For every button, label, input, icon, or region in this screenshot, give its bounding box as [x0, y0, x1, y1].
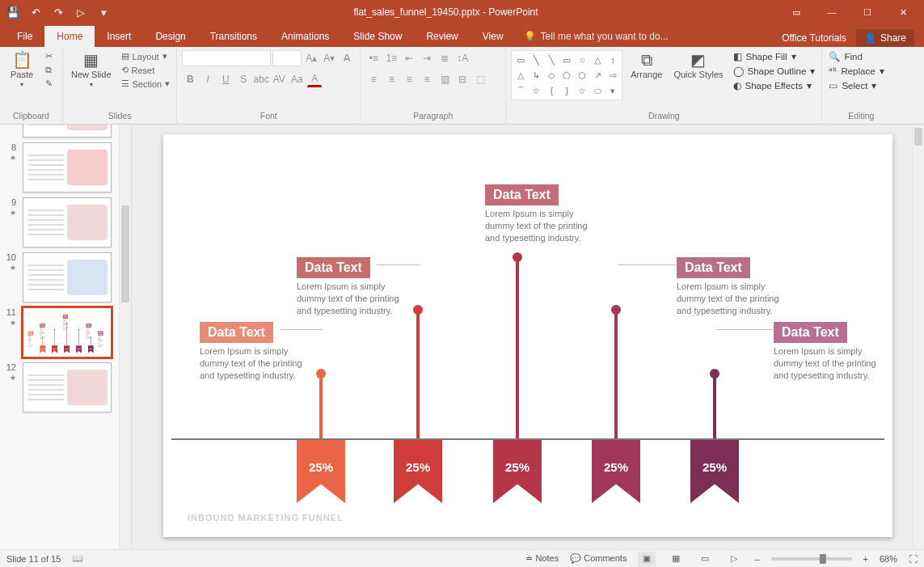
spellcheck-icon[interactable]: 📖 [72, 553, 83, 564]
format-painter-button[interactable]: ✎ [44, 78, 54, 90]
font-color-button[interactable]: A [306, 71, 323, 87]
flag-3[interactable]: 25% [64, 345, 70, 353]
thumbnail-slide-7[interactable]: 7★ [0, 125, 131, 141]
italic-button[interactable]: I [200, 71, 216, 87]
start-from-beginning-button[interactable]: ▷ [71, 2, 91, 22]
shape-outline-button[interactable]: ◯ Shape Outline ▾ [732, 65, 817, 78]
data-desc-3[interactable]: Lorem Ipsum is simply dummy text of the … [485, 208, 598, 244]
decrease-font-button[interactable]: A▾ [321, 50, 337, 66]
flag-1[interactable]: 25% [40, 345, 45, 353]
notes-button[interactable]: ≐ Notes [525, 553, 559, 564]
indent-dec-button[interactable]: ⇤ [401, 50, 417, 66]
section-button[interactable]: ☰ Section ▾ [120, 78, 172, 90]
tab-file[interactable]: File [5, 26, 44, 47]
justify-button[interactable]: ≡ [419, 71, 435, 87]
thumbnail-slide-11[interactable]: 11★ INBOUND MARKETING FUNNEL 25%Data Tex… [0, 306, 131, 361]
thumbnails-scrollbar[interactable] [119, 125, 131, 549]
zoom-level[interactable]: 68% [880, 554, 897, 564]
tab-insert[interactable]: Insert [95, 26, 143, 47]
editor-scrollbar[interactable] [912, 125, 924, 549]
tab-design[interactable]: Design [143, 26, 197, 47]
select-button[interactable]: ▭ Select ▾ [827, 79, 885, 92]
increase-font-button[interactable]: A▴ [303, 50, 319, 66]
data-desc-2[interactable]: Lorem Ipsum is simply dummy text of the … [40, 326, 44, 339]
shape-fill-button[interactable]: ◧ Shape Fill ▾ [732, 50, 817, 63]
comments-button[interactable]: 💬 Comments [570, 553, 627, 564]
tab-home[interactable]: Home [44, 26, 95, 47]
font-family-dropdown[interactable] [182, 50, 271, 66]
flag-1[interactable]: 25% [297, 440, 345, 503]
paste-button[interactable]: 📋Paste▾ [5, 50, 39, 90]
slide-canvas[interactable]: INBOUND MARKETING FUNNEL 25%Data TextLor… [163, 134, 892, 537]
flag-2[interactable]: 25% [52, 345, 57, 353]
zoom-out-button[interactable]: – [754, 554, 759, 564]
data-desc-5[interactable]: Lorem Ipsum is simply dummy text of the … [98, 334, 103, 347]
reading-view-button[interactable]: ▭ [696, 552, 714, 566]
flag-4[interactable]: 25% [76, 345, 82, 353]
slideshow-view-button[interactable]: ▷ [725, 552, 743, 566]
numbering-button[interactable]: 1≡ [383, 50, 399, 66]
copy-button[interactable]: ⧉ [44, 64, 54, 76]
spacing-button[interactable]: AV [271, 71, 287, 87]
strike-button[interactable]: S [235, 71, 251, 87]
align-left-button[interactable]: ≡ [365, 71, 382, 87]
flag-5[interactable]: 25% [690, 440, 739, 503]
smartart-button[interactable]: ⬚ [472, 71, 488, 87]
clear-format-button[interactable]: A̶ [339, 50, 355, 66]
data-desc-4[interactable]: Lorem Ipsum is simply dummy text of the … [677, 281, 790, 317]
maximize-button[interactable]: ☐ [850, 1, 885, 24]
data-desc-1[interactable]: Lorem Ipsum is simply dummy text of the … [27, 334, 32, 347]
sorter-view-button[interactable]: ▦ [667, 552, 685, 566]
slide-thumbnails-panel[interactable]: 7★8★9★10★11★ INBOUND MARKETING FUNNEL 25… [0, 125, 132, 549]
underline-button[interactable]: U [217, 71, 234, 87]
case-button[interactable]: Aa [289, 71, 305, 87]
shape-textbox-icon[interactable]: ▭ [513, 53, 528, 67]
data-desc-5[interactable]: Lorem Ipsum is simply dummy text of the … [774, 345, 887, 382]
data-pill-4[interactable]: Data Text [677, 257, 750, 278]
thumbnail-slide-10[interactable]: 10★ [0, 251, 131, 306]
align-center-button[interactable]: ≡ [383, 71, 399, 87]
thumbnail-slide-12[interactable]: 12★ [0, 361, 131, 416]
bullets-button[interactable]: •≡ [365, 50, 382, 66]
close-button[interactable]: ✕ [885, 1, 921, 24]
tell-me-search[interactable]: 💡 Tell me what you want to do... [516, 26, 783, 47]
line-spacing-button[interactable]: ≣ [437, 50, 453, 66]
slide-counter[interactable]: Slide 11 of 15 [6, 554, 61, 564]
cut-button[interactable]: ✂ [44, 50, 54, 62]
zoom-in-button[interactable]: + [863, 554, 868, 564]
data-pill-3[interactable]: Data Text [485, 184, 559, 205]
thumbnail-slide-8[interactable]: 8★ [0, 141, 131, 196]
arrange-button[interactable]: ⧉Arrange [627, 50, 665, 81]
quick-styles-button[interactable]: ◩Quick Styles [670, 50, 726, 81]
tab-transitions[interactable]: Transitions [198, 26, 269, 47]
data-desc-3[interactable]: Lorem Ipsum is simply dummy text of the … [63, 317, 68, 330]
font-size-dropdown[interactable] [272, 50, 302, 66]
slide-editor-area[interactable]: INBOUND MARKETING FUNNEL 25%Data TextLor… [132, 125, 924, 549]
replace-button[interactable]: ᵃᵇ Replace ▾ [827, 65, 885, 78]
office-tutorials-link[interactable]: Office Tutorials [782, 32, 846, 44]
text-direction-button[interactable]: ↕A [454, 50, 470, 66]
columns-button[interactable]: ▥ [437, 71, 453, 87]
find-button[interactable]: 🔍 Find [827, 50, 885, 63]
data-desc-2[interactable]: Lorem Ipsum is simply dummy text of the … [297, 281, 410, 317]
align-right-button[interactable]: ≡ [401, 71, 417, 87]
share-button[interactable]: 👤 Share [856, 29, 914, 47]
data-pill-1[interactable]: Data Text [200, 322, 273, 343]
minimize-button[interactable]: — [814, 1, 850, 24]
shapes-gallery[interactable]: ▭╲╲▭○△↕ △↳◇⬠⬡↗⇨ ⌒☆{}☆⬭▾ [511, 50, 622, 100]
undo-button[interactable]: ↶ [26, 2, 45, 22]
fit-to-window-button[interactable]: ⛶ [909, 554, 918, 564]
data-pill-2[interactable]: Data Text [297, 257, 370, 278]
ribbon-options-button[interactable]: ▭ [778, 1, 814, 24]
reset-button[interactable]: ⟲ Reset [120, 64, 172, 76]
qat-more-button[interactable]: ▾ [94, 2, 113, 22]
redo-button[interactable]: ↷ [49, 2, 68, 22]
tab-view[interactable]: View [470, 26, 516, 47]
normal-view-button[interactable]: ▣ [638, 552, 656, 566]
data-pill-5[interactable]: Data Text [774, 322, 847, 343]
thumbnail-slide-9[interactable]: 9★ [0, 196, 131, 251]
align-text-button[interactable]: ⊟ [454, 71, 470, 87]
flag-5[interactable]: 25% [88, 345, 94, 353]
indent-inc-button[interactable]: ⇥ [419, 50, 435, 66]
shape-effects-button[interactable]: ◐ Shape Effects ▾ [732, 79, 817, 92]
